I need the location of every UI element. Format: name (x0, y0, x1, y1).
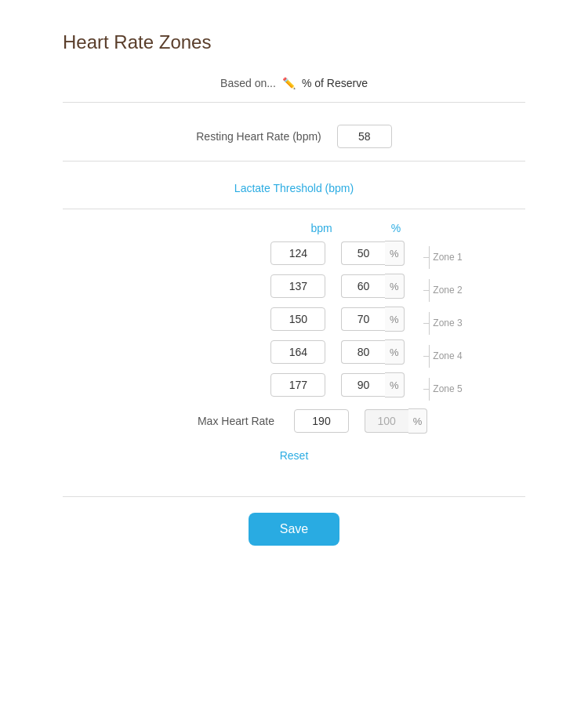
resting-heart-rate-label: Resting Heart Rate (bpm) (196, 130, 321, 143)
zone-pct-input[interactable] (341, 241, 385, 265)
zone-bracket: Zone 3 (423, 307, 462, 339)
zone-pct-input[interactable] (341, 307, 385, 331)
zone-row: % (125, 307, 416, 332)
zone-row: % (125, 241, 416, 266)
zone-name-label: Zone 4 (433, 350, 462, 361)
pct-suffix: % (385, 241, 405, 266)
zone-bpm-input[interactable] (270, 373, 325, 397)
pct-suffix: % (385, 307, 405, 332)
zone-name-label: Zone 1 (433, 252, 462, 263)
zones-section: bpm % %%%%% Zone 1Zone 2Zone 3Zone 4Zone… (63, 222, 525, 465)
zones-right: Zone 1Zone 2Zone 3Zone 4Zone 5 (423, 241, 462, 405)
pct-suffix: % (385, 274, 405, 299)
max-heart-rate-pct-suffix: % (408, 408, 428, 434)
based-on-label: Based on... (220, 77, 276, 89)
reset-row: Reset (274, 446, 315, 465)
zone-name-label: Zone 5 (433, 383, 462, 394)
zone-row: % (125, 372, 416, 397)
resting-heart-rate-row: Resting Heart Rate (bpm) (63, 115, 525, 158)
zone-name-label: Zone 3 (433, 318, 462, 328)
max-heart-rate-row: Max Heart Rate % (149, 408, 439, 434)
zone-row: % (125, 339, 416, 365)
page-title: Heart Rate Zones (63, 31, 525, 53)
divider-3 (63, 209, 525, 209)
based-on-value: % of Reserve (302, 77, 368, 89)
zone-pct-input[interactable] (341, 373, 385, 397)
save-section: Save (63, 496, 525, 546)
resting-heart-rate-input[interactable] (337, 125, 392, 148)
zone-bracket: Zone 2 (423, 274, 462, 307)
max-heart-rate-pct-input (365, 409, 408, 433)
pencil-icon[interactable]: ✏️ (282, 77, 296, 89)
zone-bracket: Zone 5 (423, 372, 462, 405)
lactate-threshold-label[interactable]: Lactate Threshold (bpm) (234, 182, 354, 194)
zone-name-label: Zone 2 (433, 285, 462, 296)
max-heart-rate-label: Max Heart Rate (149, 415, 290, 427)
zones-left: %%%%% (125, 241, 416, 405)
zone-bracket: Zone 4 (423, 339, 462, 372)
zone-pct-input[interactable] (341, 340, 385, 364)
reset-button[interactable]: Reset (274, 446, 315, 465)
zone-bpm-input[interactable] (270, 340, 325, 364)
pct-suffix: % (385, 339, 405, 365)
zone-pct-input[interactable] (341, 274, 385, 298)
divider-2 (63, 161, 525, 162)
zone-bracket: Zone 1 (423, 241, 462, 274)
col-header-bpm: bpm (290, 222, 353, 234)
max-heart-rate-bpm-input[interactable] (294, 409, 349, 433)
lactate-threshold-row: Lactate Threshold (bpm) (63, 174, 525, 202)
zone-bpm-input[interactable] (270, 307, 325, 331)
zones-with-labels: %%%%% Zone 1Zone 2Zone 3Zone 4Zone 5 (125, 241, 462, 405)
zone-bpm-input[interactable] (270, 274, 325, 298)
col-header-pct: % (353, 222, 439, 234)
divider-1 (63, 102, 525, 103)
zone-bpm-input[interactable] (270, 241, 325, 265)
pct-suffix: % (385, 372, 405, 397)
page-container: Heart Rate Zones Based on... ✏️ % of Res… (0, 0, 588, 577)
save-button[interactable]: Save (249, 513, 339, 546)
zone-row: % (125, 274, 416, 299)
based-on-row: Based on... ✏️ % of Reserve (63, 77, 525, 89)
column-headers: bpm % (63, 222, 525, 234)
